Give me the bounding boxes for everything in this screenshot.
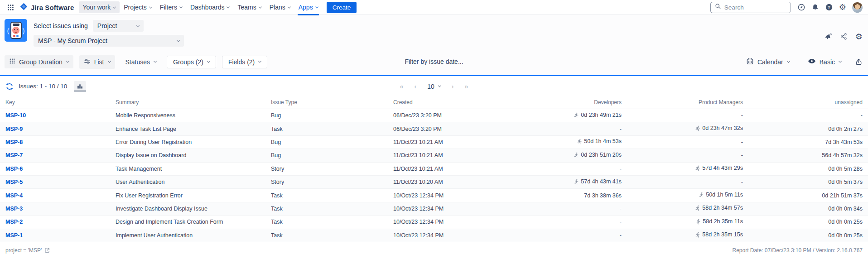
developers-duration-cell: 0d 23h 49m 21s (506, 112, 622, 120)
app-header: ( ) Select issues using Project MSP - My… (0, 15, 868, 49)
issue-key-link[interactable]: MSP-10 (5, 112, 26, 119)
issue-created-cell: 11/Oct/23 10:21 AM (393, 166, 506, 172)
calendar-button[interactable]: Calendar (742, 55, 794, 69)
product-managers-duration-cell: - (622, 179, 743, 185)
fields-button[interactable]: Fields (2) (222, 56, 267, 68)
product-managers-duration-cell: - (622, 152, 743, 158)
issue-row: MSP-7Display Issue on DashboardBug11/Oct… (0, 149, 868, 162)
chart-view-icon[interactable] (74, 81, 86, 91)
running-timer-icon (574, 152, 579, 158)
issue-row: MSP-5User AuthenticationStory11/Oct/23 1… (0, 176, 868, 189)
nav-plans[interactable]: Plans (265, 1, 294, 13)
user-avatar[interactable] (852, 2, 863, 13)
export-icon[interactable] (855, 58, 863, 66)
product-managers-duration-cell: 58d 2h 34m 57s (622, 205, 743, 212)
issue-created-cell: 10/Oct/23 12:34 PM (393, 232, 506, 239)
nav-projects[interactable]: Projects (120, 1, 156, 13)
issue-key-link[interactable]: MSP-8 (5, 139, 23, 145)
grid-dots-icon (9, 58, 15, 66)
issue-type-cell: Task (271, 219, 393, 225)
nav-filters[interactable]: Filters (156, 1, 186, 13)
eye-icon (808, 57, 816, 67)
filter-by-date-input[interactable]: Filter by issue date... (405, 58, 463, 65)
issue-type-cell: Bug (271, 112, 393, 119)
issue-row: MSP-3Investigate Dashboard Display Issue… (0, 202, 868, 216)
issue-key-link[interactable]: MSP-2 (5, 219, 23, 225)
view-list-button[interactable]: List (79, 55, 115, 69)
table-header-row: Key Summary Issue Type Created Developer… (0, 96, 868, 109)
create-button[interactable]: Create (327, 2, 357, 13)
col-header-developers[interactable]: Developers (506, 99, 622, 106)
page-size-select[interactable]: 10 (427, 83, 441, 90)
discover-icon[interactable] (797, 3, 805, 11)
issue-row: MSP-6Task ManagementStory11/Oct/23 10:21… (0, 163, 868, 176)
col-header-key[interactable]: Key (5, 99, 116, 106)
running-timer-icon (574, 112, 579, 118)
refresh-icon[interactable] (5, 82, 14, 91)
nav-teams[interactable]: Teams (233, 1, 265, 13)
col-header-summary[interactable]: Summary (116, 99, 271, 106)
unassigned-duration-cell: 0d 0h 0m 25s (743, 219, 863, 225)
notifications-bell-icon[interactable] (811, 4, 819, 11)
issue-key-link[interactable]: MSP-5 (5, 179, 23, 185)
app-switcher-icon[interactable] (5, 4, 17, 11)
unassigned-duration-cell: - (743, 112, 863, 119)
issue-created-cell: 11/Oct/23 10:21 AM (393, 152, 506, 158)
jira-logo[interactable]: Jira Software (19, 2, 74, 13)
share-icon[interactable] (840, 33, 848, 40)
basic-mode-button[interactable]: Basic (803, 54, 846, 69)
search-input[interactable] (724, 4, 786, 11)
global-search[interactable] (710, 2, 791, 13)
developers-duration-cell: - (506, 166, 622, 172)
product-managers-duration-cell: - (622, 112, 743, 119)
chevron-down-icon (107, 60, 111, 63)
nav-dashboards[interactable]: Dashboards (186, 1, 234, 13)
last-page-icon[interactable]: » (464, 83, 468, 90)
developers-duration-cell: 57d 4h 43m 41s (506, 178, 622, 186)
nav-your-work[interactable]: Your work (79, 1, 120, 13)
col-header-created[interactable]: Created (393, 99, 506, 106)
app-logo-phone-icon: ( ) (5, 19, 27, 42)
external-link-icon[interactable] (44, 248, 50, 253)
product-managers-duration-cell: 50d 1h 5m 11s (622, 192, 743, 199)
product-managers-duration-cell: 58d 2h 35m 11s (622, 218, 743, 226)
feedback-megaphone-icon[interactable] (824, 33, 832, 41)
prev-page-icon[interactable]: ‹ (415, 83, 417, 90)
issue-key-link[interactable]: MSP-6 (5, 166, 23, 172)
issue-summary-cell: Fix User Registration Error (116, 192, 271, 199)
calendar-icon (746, 58, 754, 67)
issues-table-body: MSP-10Mobile ResponsivenessBug06/Dec/23 … (0, 109, 868, 242)
groups-button[interactable]: Groups (2) (167, 56, 216, 68)
issue-key-link[interactable]: MSP-7 (5, 152, 23, 158)
col-header-product-managers[interactable]: Product Managers (622, 99, 743, 106)
project-select[interactable]: MSP - My Scrum Project (34, 35, 184, 47)
issue-source-select[interactable]: Project (93, 20, 144, 32)
next-page-icon[interactable]: › (452, 83, 454, 90)
first-page-icon[interactable]: « (400, 83, 404, 90)
col-header-unassigned[interactable]: unassigned (743, 99, 863, 106)
issue-key-link[interactable]: MSP-4 (5, 192, 23, 199)
issue-key-cell: MSP-1 (5, 232, 116, 239)
issue-key-cell: MSP-6 (5, 166, 116, 172)
issue-key-link[interactable]: MSP-9 (5, 126, 23, 132)
help-icon[interactable]: ? (825, 3, 833, 11)
group-duration-button[interactable]: Group Duration (5, 55, 73, 68)
statuses-button[interactable]: Statuses (121, 56, 161, 68)
issue-type-cell: Task (271, 232, 393, 239)
issue-key-link[interactable]: MSP-3 (5, 206, 23, 212)
running-timer-icon (695, 232, 701, 238)
unassigned-duration-cell: 0d 21h 51m 37s (743, 192, 863, 199)
settings-gear-icon[interactable]: ⚙ (839, 3, 846, 11)
product-managers-duration-cell: - (622, 139, 743, 145)
jira-diamond-icon (19, 2, 28, 13)
nav-apps[interactable]: Apps (294, 1, 322, 13)
issue-row: MSP-2Design and Implement Task Creation … (0, 216, 868, 229)
chevron-down-icon (113, 5, 116, 8)
running-timer-icon (695, 219, 701, 225)
issue-key-link[interactable]: MSP-1 (5, 232, 23, 239)
col-header-issue-type[interactable]: Issue Type (271, 99, 393, 106)
issue-key-cell: MSP-9 (5, 126, 116, 132)
issue-type-cell: Task (271, 192, 393, 199)
chevron-down-icon (154, 60, 157, 63)
app-settings-gear-icon[interactable]: ⚙ (855, 33, 863, 41)
